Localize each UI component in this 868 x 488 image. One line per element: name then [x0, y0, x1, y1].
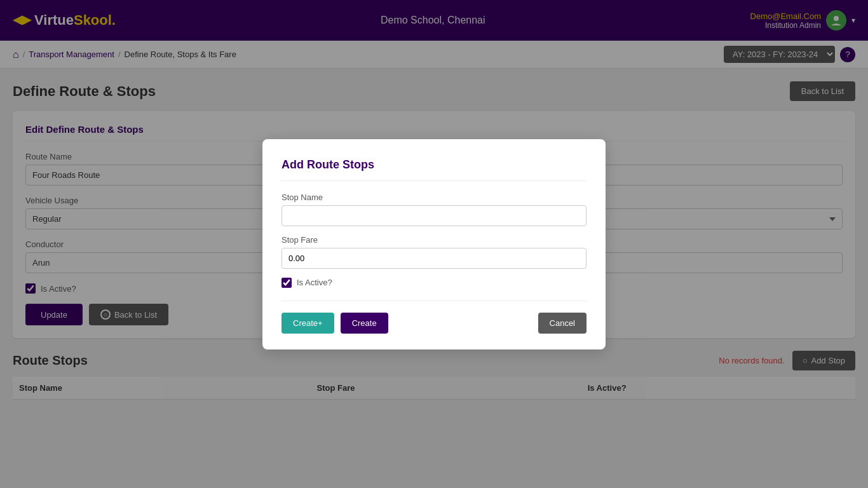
modal-overlay: Add Route Stops Stop Name Stop Fare Is A… — [0, 0, 868, 412]
modal-stop-name-input[interactable] — [281, 205, 587, 226]
modal-stop-fare-label: Stop Fare — [281, 235, 587, 245]
create-plus-button[interactable]: Create+ — [281, 313, 334, 334]
modal-stop-name-group: Stop Name — [281, 193, 587, 226]
add-route-stops-modal: Add Route Stops Stop Name Stop Fare Is A… — [262, 139, 606, 349]
modal-actions: Create+ Create Cancel — [281, 313, 587, 334]
modal-stop-fare-group: Stop Fare — [281, 235, 587, 269]
modal-divider — [281, 301, 587, 301]
create-button[interactable]: Create — [341, 313, 388, 334]
modal-is-active-checkbox[interactable] — [281, 278, 292, 288]
modal-title: Add Route Stops — [281, 158, 587, 181]
modal-is-active-label: Is Active? — [297, 278, 332, 287]
modal-stop-name-label: Stop Name — [281, 193, 587, 202]
modal-is-active-row: Is Active? — [281, 278, 587, 288]
cancel-button[interactable]: Cancel — [538, 313, 587, 334]
modal-stop-fare-input[interactable] — [281, 248, 587, 269]
